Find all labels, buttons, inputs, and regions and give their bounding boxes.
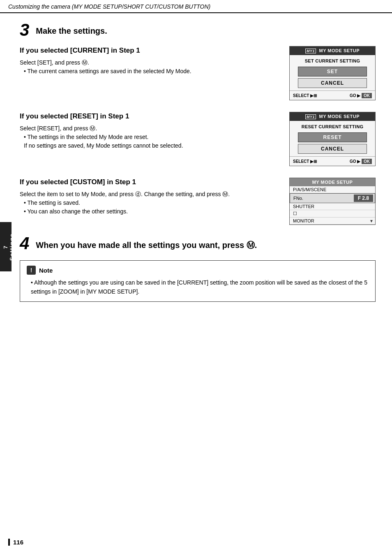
cam-box-custom: MY MODE SETUP P/A/S/M/SCENE FNo. F 2.8 S… — [289, 178, 376, 225]
section-current: If you selected [CURRENT] in Step 1 Sele… — [20, 46, 376, 100]
main-content: 3 Make the settings. If you selected [CU… — [0, 13, 392, 318]
scroll-down-icon: ▼ — [369, 219, 374, 223]
section-reset-text: If you selected [RESET] in Step 1 Select… — [20, 112, 289, 153]
ok-button[interactable]: OK — [362, 93, 372, 98]
menu-label-scene: P/A/S/M/SCENE — [291, 187, 374, 192]
menu-label-ev: ☐ — [291, 211, 374, 216]
section-current-body: Select [SET], and press Ⓜ. The current c… — [20, 58, 279, 76]
side-tab: 7 Settings — [0, 222, 12, 271]
my-icon-2: MY1 — [305, 114, 316, 119]
cam-set-button[interactable]: SET — [298, 67, 367, 76]
cam-box-current-subtitle: SET CURRENT SETTING — [290, 55, 375, 65]
section-custom-body: Select the item to set to My Mode, and p… — [20, 190, 279, 216]
footer-select-2: SELECT ▶⊞ — [293, 159, 317, 164]
section-custom-title: If you selected [CUSTOM] in Step 1 — [20, 178, 279, 187]
header-title: Customizing the camera (MY MODE SETUP/SH… — [8, 3, 210, 10]
menu-row-shutter: SHUTTER — [290, 203, 375, 210]
section-reset: If you selected [RESET] in Step 1 Select… — [20, 112, 376, 166]
footer-go-2: GO ▶ OK — [350, 159, 372, 164]
menu-label-fno: FNo. — [292, 196, 352, 201]
menu-label-shutter: SHUTTER — [291, 204, 374, 209]
cam-cancel-button[interactable]: CANCEL — [298, 78, 367, 88]
step4-number: 4 — [20, 235, 29, 252]
step3-title: Make the settings. — [36, 23, 107, 36]
menu-row-fno: FNo. F 2.8 — [290, 193, 375, 203]
ok-button-2[interactable]: OK — [362, 159, 372, 164]
menu-value-fno: F 2.8 — [354, 194, 373, 202]
step4-title: When you have made all the settings you … — [36, 236, 257, 251]
section-custom: If you selected [CUSTOM] in Step 1 Selec… — [20, 178, 376, 225]
note-title: ! Note — [27, 266, 369, 275]
side-tab-number: 7 — [2, 245, 9, 248]
step3-heading: 3 Make the settings. — [20, 23, 376, 39]
cam-box-current: MY1 MY MODE SETUP SET CURRENT SETTING SE… — [289, 46, 376, 100]
footer-select: SELECT ▶⊞ — [293, 93, 317, 98]
section-reset-body: Select [RESET], and press Ⓜ. The setting… — [20, 124, 279, 150]
section-custom-text: If you selected [CUSTOM] in Step 1 Selec… — [20, 178, 289, 218]
cam-box-reset-title: MY1 MY MODE SETUP — [290, 112, 375, 121]
cam-box-reset-subtitle: RESET CURRENT SETTING — [290, 121, 375, 131]
cam-cancel-button-2[interactable]: CANCEL — [298, 144, 367, 154]
cam-box-reset-footer: SELECT ▶⊞ GO ▶ OK — [290, 156, 375, 166]
page-header: Customizing the camera (MY MODE SETUP/SH… — [0, 0, 392, 13]
menu-row-scene: P/A/S/M/SCENE — [290, 186, 375, 193]
cam-box-current-footer: SELECT ▶⊞ GO ▶ OK — [290, 90, 375, 100]
section-current-title: If you selected [CURRENT] in Step 1 — [20, 46, 279, 55]
section-reset-title: If you selected [RESET] in Step 1 — [20, 112, 279, 121]
cam-box-current-title: MY1 MY MODE SETUP — [290, 46, 375, 55]
side-tab-label: Settings — [9, 233, 15, 260]
menu-label-monitor: MONITOR — [291, 218, 369, 223]
my-icon: MY1 — [305, 49, 316, 53]
page-number: 116 — [8, 539, 23, 546]
cam-box-reset: MY1 MY MODE SETUP RESET CURRENT SETTING … — [289, 112, 376, 166]
note-bullet-1: Although the settings you are using can … — [31, 278, 369, 296]
menu-row-ev: ☐ — [290, 210, 375, 218]
cam-reset-button[interactable]: RESET — [298, 132, 367, 142]
cam-box-custom-title: MY MODE SETUP — [290, 178, 375, 186]
step4-text: When you have made all the settings you … — [36, 241, 257, 250]
step3-number: 3 — [20, 21, 29, 39]
step4-heading: 4 When you have made all the settings yo… — [20, 236, 376, 252]
note-box: ! Note Although the settings you are usi… — [20, 260, 376, 302]
note-label: Note — [39, 267, 53, 274]
footer-go: GO ▶ OK — [350, 93, 372, 98]
menu-row-monitor: MONITOR ▼ — [290, 218, 375, 225]
note-body: Although the settings you are using can … — [27, 278, 369, 296]
note-icon: ! — [27, 266, 36, 275]
section-current-text: If you selected [CURRENT] in Step 1 Sele… — [20, 46, 289, 78]
